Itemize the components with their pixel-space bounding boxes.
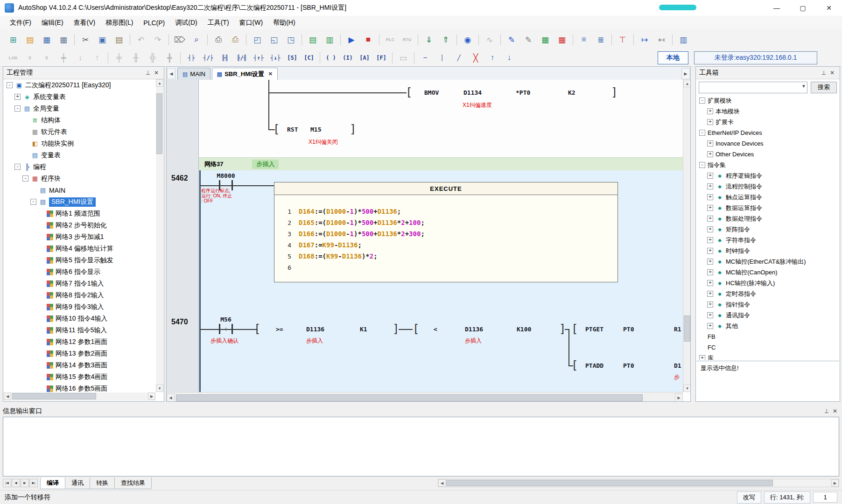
output-nav-icon[interactable]: |◀ [3,479,11,487]
function-instruction-icon[interactable]: [F] [374,51,389,64]
expand-icon[interactable]: + [707,183,713,189]
contact-rising-icon[interactable]: ┤↑├ [251,51,266,64]
tree-item[interactable]: ▤变量表 [4,149,155,161]
tree-item[interactable]: +◆流程控制指令 [696,181,839,192]
operand[interactable]: K1 [360,326,367,333]
output-tab[interactable]: 查找结果 [114,477,152,489]
tree-item[interactable]: 网络11 指令5输入 [4,324,155,336]
run-program-icon[interactable]: ▶ [344,33,359,46]
cut-icon[interactable]: ✂ [78,33,93,46]
app-instruction-icon[interactable]: [A] [357,51,372,64]
menu-item[interactable]: 文件(F) [5,17,36,29]
tree-item[interactable]: 网络1 频道范围 [4,208,155,219]
expand-icon[interactable]: + [707,173,713,179]
instruction-opcode[interactable]: BMOV [424,89,439,96]
upload-program-icon[interactable]: ⇑ [438,33,453,46]
scroll-right-icon[interactable]: ▶ [831,479,839,487]
scroll-left-icon[interactable]: ◀ [438,479,446,487]
output-tab[interactable]: 转换 [90,477,115,489]
st-code-line[interactable]: 4D167:=K99-D1136; [274,239,617,251]
output-coil-icon[interactable]: ( ) [323,51,338,64]
operand[interactable]: D1136 [306,326,324,333]
compare-operator[interactable]: < [434,326,437,333]
collapse-icon[interactable]: - [699,162,705,168]
tree-item[interactable]: -▣二次编程20250711 [Easy320] [4,79,155,91]
scroll-up-icon[interactable]: ▲ [156,79,163,87]
scroll-right-icon[interactable]: ▶ [675,393,683,401]
tree-item[interactable]: FB [696,331,839,342]
window-tile-horizontal-icon[interactable]: ◱ [267,33,281,46]
st-code-line[interactable]: 1D164:=(D1000-1)*500+D1136; [274,206,617,217]
tree-item[interactable]: +◆指针指令 [696,299,839,310]
st-code-line[interactable]: 3D166:=(D1000-1)*500+D1136*2+300; [274,228,617,239]
output-nav-icon[interactable]: ◀ [12,479,20,487]
collapse-icon[interactable]: - [699,130,705,136]
tree-item[interactable]: 网络3 步号加减1 [4,231,155,243]
tab-scroll-right-icon[interactable]: ▶ [681,68,690,79]
scroll-left-icon[interactable]: ◀ [167,393,175,401]
output-nav-icon[interactable]: ▶| [29,479,38,487]
tree-item[interactable]: 网络6 指令显示 [4,266,155,278]
editor-tab[interactable]: ▤SBR_HMI设置✕ [212,68,278,80]
network-header[interactable]: 网络37 步插入 [199,157,683,170]
tree-item[interactable]: ▦软元件表 [4,126,155,138]
scroll-down-icon[interactable]: ▼ [683,385,690,392]
align-horizontal-icon[interactable]: ≡ [576,33,591,46]
login-status-button[interactable]: 未登录:easy320:192.168.0.1 [694,51,817,64]
tree-item[interactable]: +Inovance Devices [696,138,839,149]
st-code-area[interactable]: 1D164:=(D1000-1)*500+D1136;2D165:=(D1000… [274,195,617,282]
tree-item[interactable]: 网络8 指令2输入 [4,289,155,301]
expand-icon[interactable]: + [707,301,713,308]
tree-item[interactable]: -╠编程 [4,161,155,173]
step-out-icon[interactable]: ↤ [654,33,669,46]
project-tree-vscrollbar[interactable]: ▲ ▼ [156,79,163,392]
expand-icon[interactable]: + [699,355,705,360]
tree-item[interactable]: +本地模块 [696,106,839,117]
editor-vscrollbar[interactable]: ▲ ▼ [683,80,690,392]
st-code-line[interactable]: 5D168:=(K99-D1136)*2; [274,251,617,262]
paste-icon[interactable]: ▤ [112,33,126,46]
insert-row-icon[interactable]: ↑ [485,51,500,64]
minimize-button[interactable]: — [764,0,790,16]
export-file-icon[interactable]: ▤ [305,33,320,46]
collapse-icon[interactable]: - [699,98,705,104]
tree-item[interactable]: -扩展模块 [696,95,839,106]
close-icon[interactable]: ✕ [831,407,839,415]
save-all-icon[interactable]: ▦ [56,33,71,46]
scrollbar-thumb[interactable] [156,93,162,154]
expand-icon[interactable]: + [707,312,713,318]
menu-item[interactable]: PLC(P) [138,17,170,28]
expand-icon[interactable]: + [707,140,713,147]
scrollbar-thumb[interactable] [684,315,690,342]
tree-item[interactable]: 网络4 偏移地址计算 [4,243,155,254]
instruction-opcode[interactable]: RST [287,126,298,133]
device-monitor-table-icon[interactable]: ▦ [554,33,569,46]
tree-item[interactable]: 网络16 参数5画面 [4,383,155,392]
collapse-icon[interactable]: - [22,175,28,182]
expand-icon[interactable]: + [707,280,713,286]
editor-hscrollbar[interactable]: ◀ ▶ [167,392,683,401]
tree-item[interactable]: +◆触点运算指令 [696,192,839,203]
tab-close-icon[interactable]: ✕ [268,71,273,77]
expand-icon[interactable]: + [707,259,713,265]
close-button[interactable]: ✕ [816,0,842,16]
operand[interactable]: K2 [568,89,575,96]
menu-item[interactable]: 工具(T) [203,17,234,29]
collapse-icon[interactable]: - [14,105,21,112]
st-code-line[interactable]: 6 [274,262,617,273]
scroll-right-icon[interactable]: ▶ [148,392,155,400]
instruction-opcode[interactable]: PTGET [585,326,603,333]
scrollbar-thumb[interactable] [12,393,96,399]
tree-item[interactable]: ▤MAIN [4,184,155,196]
tree-item[interactable]: +扩展卡 [696,117,839,127]
output-nav-icon[interactable]: ▶ [21,479,29,487]
contact-parallel-open-icon[interactable]: ╟╢ [218,51,232,64]
tree-item[interactable]: 网络14 参数3画面 [4,359,155,371]
contact-parallel-closed-icon[interactable]: ╟/╢ [234,51,249,64]
tree-item[interactable]: ≣结构体 [4,114,155,126]
window-tile-vertical-icon[interactable]: ◳ [283,33,298,46]
close-icon[interactable]: ✕ [828,69,836,77]
tree-item[interactable]: 网络5 指令显示触发 [4,254,155,266]
tree-item[interactable]: +◆通讯指令 [696,310,839,321]
operand[interactable]: D1 [674,362,681,369]
